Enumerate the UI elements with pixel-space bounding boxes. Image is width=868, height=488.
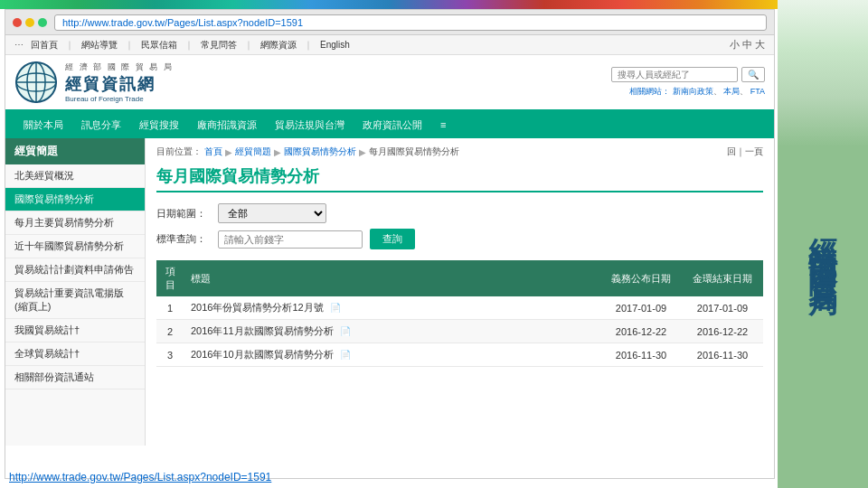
- page-title: 每月國際貿易情勢分析: [156, 165, 763, 192]
- sidebar-item-related-sites[interactable]: 相關部份資訊通站: [5, 366, 145, 389]
- row1-title[interactable]: 2016年份貿易情勢分析12月號 📄: [184, 296, 600, 320]
- site-content: ⋯ 回首頁 ｜ 網站導覽 ｜ 民眾信箱 ｜ 常見問答 ｜ 網際資源 ｜ Engl…: [5, 35, 774, 478]
- filter-date-label: 日期範圍：: [156, 207, 211, 221]
- topnav-resources[interactable]: 網際資源: [260, 39, 297, 52]
- logo-text: 經 濟 部 國 際 貿 易 局 經貿資訊網 Bureau of Foreign …: [65, 61, 174, 103]
- breadcrumb-current: 每月國際貿易情勢分析: [369, 145, 459, 158]
- row3-pdf-icon[interactable]: 📄: [340, 350, 351, 360]
- row1-pubdate: 2017-01-09: [600, 296, 682, 320]
- table-row: 1 2016年份貿易情勢分析12月號 📄 2017-01-09 2017-01-…: [156, 296, 763, 320]
- topnav-english[interactable]: English: [320, 40, 350, 50]
- breadcrumb: 目前位置： 首頁 ▶ 經貿簡題 ▶ 國際貿易情勢分析 ▶ 每月國際貿易情勢分析 …: [156, 145, 763, 158]
- filter-row-country: 日期範圍： 全部: [156, 203, 763, 223]
- header-search-button[interactable]: 🔍: [741, 67, 765, 82]
- table-row: 2 2016年11月款國際貿易情勢分析 📄 2016-12-22 2016-12…: [156, 320, 763, 343]
- breadcrumb-section[interactable]: 經貿簡題: [235, 145, 271, 158]
- maximize-dot[interactable]: [38, 18, 47, 27]
- sidebar-item-north-america[interactable]: 北美經貿概況: [5, 164, 145, 188]
- logo-title: 經貿資訊網: [65, 73, 174, 95]
- nav-about[interactable]: 關於本局: [14, 111, 72, 138]
- topnav-home[interactable]: 回首頁: [31, 39, 58, 52]
- sep3: ｜: [184, 39, 193, 52]
- logo-subtitle-en: Bureau of Foreign Trade: [65, 95, 174, 103]
- close-dot[interactable]: [13, 18, 22, 27]
- breadcrumb-label: 目前位置：: [156, 145, 202, 158]
- sidebar-item-trade-analysis[interactable]: 國際貿易情勢分析: [5, 188, 145, 211]
- main-content: 目前位置： 首頁 ▶ 經貿簡題 ▶ 國際貿易情勢分析 ▶ 每月國際貿易情勢分析 …: [146, 138, 774, 446]
- nav-trade[interactable]: 經貿搜搜: [130, 111, 188, 138]
- nav-regulations[interactable]: 貿易法規與台灣: [266, 111, 354, 138]
- site-topnav: ⋯ 回首頁 ｜ 網站導覽 ｜ 民眾信箱 ｜ 常見問答 ｜ 網際資源 ｜ Engl…: [5, 35, 774, 55]
- breadcrumb-arrow1: ▶: [225, 147, 232, 157]
- sidebar-item-stats-digital[interactable]: 貿易統計重要資訊電揚版(縮頁上): [5, 282, 145, 319]
- nav-manufacturer[interactable]: 廠商招識資源: [188, 111, 266, 138]
- top-decorative-bar: [0, 0, 778, 9]
- sidebar-item-tw-trade[interactable]: 我國貿易統計†: [5, 319, 145, 343]
- address-bar[interactable]: http://www.trade.gov.tw/Pages/List.aspx?…: [54, 14, 767, 31]
- minimize-dot[interactable]: [25, 18, 34, 27]
- breadcrumb-subsection[interactable]: 國際貿易情勢分析: [284, 145, 356, 158]
- sidebar-item-10yr-trade[interactable]: 近十年國際貿易情勢分析: [5, 235, 145, 258]
- data-table: 項目 標題 義務公布日期 金環結束日期 1 2016年份貿易情勢分析12月號 📄: [156, 260, 763, 367]
- content-area: 經貿簡題 北美經貿概況 國際貿易情勢分析 每月主要貿易情勢分析 近十年國際貿易情…: [5, 138, 774, 446]
- table-row: 3 2016年10月款國際貿易情勢分析 📄 2016-11-30 2016-11…: [156, 343, 763, 367]
- related-links: 相關網站： 新南向政策、 本局、 FTA: [629, 86, 765, 98]
- filter-keyword-input[interactable]: [218, 230, 363, 249]
- row2-title[interactable]: 2016年11月款國際貿易情勢分析 📄: [184, 320, 600, 343]
- filter-keyword-label: 標準查詢：: [156, 232, 211, 246]
- breadcrumb-arrow2: ▶: [274, 147, 281, 157]
- font-size-controls: 小 中 大: [730, 38, 765, 52]
- col-header-num: 項目: [156, 260, 184, 296]
- sep4: ｜: [244, 39, 253, 52]
- sidebar-item-global-trade[interactable]: 全球貿易統計†: [5, 343, 145, 366]
- search-bar: 🔍: [611, 67, 765, 82]
- browser-window: http://www.trade.gov.tw/Pages/List.aspx?…: [5, 9, 775, 479]
- nav-gov-info[interactable]: 政府資訊公開: [354, 111, 431, 138]
- row1-pdf-icon[interactable]: 📄: [330, 303, 341, 313]
- breadcrumb-home[interactable]: 首頁: [204, 145, 222, 158]
- row2-num: 2: [156, 320, 184, 343]
- nav-more[interactable]: ≡: [431, 111, 455, 138]
- row3-pubdate: 2016-11-30: [600, 343, 682, 367]
- window-controls: [13, 18, 47, 27]
- logo-area: 經 濟 部 國 際 貿 易 局 經貿資訊網 Bureau of Foreign …: [14, 61, 174, 104]
- header-right: 🔍 相關網站： 新南向政策、 本局、 FTA: [611, 67, 765, 98]
- site-header: 經 濟 部 國 際 貿 易 局 經貿資訊網 Bureau of Foreign …: [5, 55, 774, 111]
- right-sidebar: 經濟部國際貿易局: [778, 0, 868, 488]
- bottom-url[interactable]: http://www.trade.gov.tw/Pages/List.aspx?…: [9, 471, 271, 483]
- related-link-1[interactable]: 新南向政策: [673, 87, 713, 96]
- filter-date-select[interactable]: 全部: [218, 203, 326, 223]
- topnav-sep: ⋯: [14, 40, 24, 50]
- browser-nav: http://www.trade.gov.tw/Pages/List.aspx?…: [5, 10, 774, 35]
- header-search-input[interactable]: [611, 67, 738, 82]
- sidebar-item-stats-plan[interactable]: 貿易統計計劃資料申請佈告: [5, 258, 145, 282]
- topnav-sitemap[interactable]: 網站導覽: [81, 39, 118, 52]
- related-link-2[interactable]: 本局: [723, 87, 740, 96]
- filter-row-keyword: 標準查詢： 查詢: [156, 229, 763, 249]
- related-link-3[interactable]: FTA: [750, 87, 765, 96]
- breadcrumb-back[interactable]: 回｜一頁: [727, 145, 763, 158]
- logo-dept: 經 濟 部 國 際 貿 易 局: [65, 61, 174, 73]
- row2-pubdate: 2016-12-22: [600, 320, 682, 343]
- svg-point-5: [16, 62, 56, 102]
- col-header-enddate: 金環結束日期: [682, 260, 763, 296]
- right-sidebar-text: 經濟部國際貿易局: [806, 215, 840, 273]
- sep2: ｜: [125, 39, 134, 52]
- nav-news[interactable]: 訊息分享: [72, 111, 130, 138]
- breadcrumb-arrow3: ▶: [359, 147, 366, 157]
- topnav-mailbox[interactable]: 民眾信箱: [141, 39, 177, 52]
- filter-form: 日期範圍： 全部 標準查詢： 查詢: [156, 203, 763, 249]
- filter-search-button[interactable]: 查詢: [370, 229, 415, 249]
- col-header-title: 標題: [184, 260, 600, 296]
- sep1: ｜: [65, 39, 74, 52]
- row1-num: 1: [156, 296, 184, 320]
- related-label: 相關網站：: [629, 87, 670, 96]
- row3-title[interactable]: 2016年10月款國際貿易情勢分析 📄: [184, 343, 600, 367]
- col-header-pubdate: 義務公布日期: [600, 260, 682, 296]
- left-sidebar: 經貿簡題 北美經貿概況 國際貿易情勢分析 每月主要貿易情勢分析 近十年國際貿易情…: [5, 138, 146, 446]
- row2-pdf-icon[interactable]: 📄: [340, 326, 351, 336]
- topnav-faq[interactable]: 常見問答: [201, 39, 237, 52]
- sep5: ｜: [304, 39, 313, 52]
- sidebar-item-monthly-trade[interactable]: 每月主要貿易情勢分析: [5, 211, 145, 235]
- row3-enddate: 2016-11-30: [682, 343, 763, 367]
